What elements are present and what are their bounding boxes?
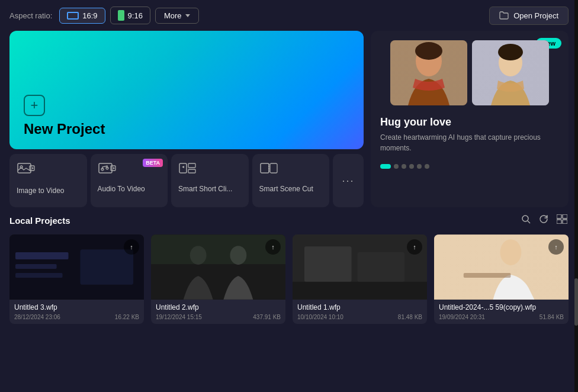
ratio-16-9-label: 16:9 <box>82 11 97 20</box>
smart-short-clip-label: Smart Short Cli... <box>178 185 232 194</box>
project-name-2: Untitled 2.wfp <box>156 303 281 311</box>
svg-rect-30 <box>15 273 63 278</box>
svg-rect-28 <box>15 252 69 259</box>
project-card-4[interactable]: ↑ Untitled-2024-...5 59(copy).wfp 19/09/… <box>434 234 569 324</box>
project-meta-2: 19/12/2024 15:15 437.91 KB <box>156 314 281 320</box>
project-size-1: 16.22 KB <box>115 314 139 320</box>
project-info-2: Untitled 2.wfp 19/12/2024 15:15 437.91 K… <box>151 300 285 324</box>
dot-6[interactable] <box>425 164 429 169</box>
more-button[interactable]: More <box>155 8 199 24</box>
feature-description: Create heartwarming AI hugs that capture… <box>380 132 559 153</box>
upload-icon-3[interactable]: ↑ <box>407 239 422 255</box>
svg-rect-24 <box>563 214 567 219</box>
feature-thumb-2 <box>472 40 549 105</box>
svg-rect-43 <box>464 273 511 278</box>
landscape-icon <box>67 12 79 20</box>
chevron-down-icon <box>185 14 190 17</box>
feature-card: New <box>371 31 569 207</box>
aspect-ratio-label: Aspect ratio: <box>9 11 52 20</box>
refresh-icon <box>539 214 548 224</box>
aspect-16-9-button[interactable]: 16:9 <box>59 8 105 24</box>
project-card-1[interactable]: ↑ Untitled 3.wfp 28/12/2024 23:06 16.22 … <box>9 234 144 324</box>
header-actions <box>520 213 569 227</box>
svg-rect-39 <box>293 282 427 300</box>
feature-info: Hug your love Create heartwarming AI hug… <box>371 111 569 159</box>
project-info-1: Untitled 3.wfp 28/12/2024 23:06 16.22 KB <box>9 300 144 324</box>
portrait-icon <box>118 10 124 21</box>
upload-icon-1[interactable]: ↑ <box>124 239 139 255</box>
project-date-2: 19/12/2024 15:15 <box>156 314 202 320</box>
project-meta-1: 28/12/2024 23:06 16.22 KB <box>14 314 139 320</box>
new-project-card[interactable]: New Project <box>9 31 364 149</box>
scroll-thumb[interactable] <box>574 278 578 326</box>
project-card-3[interactable]: ↑ Untitled 1.wfp 10/10/2024 10:10 81.48 … <box>293 234 427 324</box>
refresh-button[interactable] <box>538 213 550 227</box>
projects-header: Local Projects <box>9 213 569 227</box>
local-projects-section: Local Projects <box>0 213 578 324</box>
project-info-4: Untitled-2024-...5 59(copy).wfp 19/09/20… <box>434 300 569 324</box>
more-tools-card[interactable]: ··· <box>333 154 364 207</box>
svg-point-42 <box>500 239 522 265</box>
project-size-2: 437.91 KB <box>253 314 281 320</box>
ratio-9-16-label: 9:16 <box>128 11 143 20</box>
tool-card-smart-scene-cut[interactable]: Smart Scene Cut <box>252 154 330 207</box>
project-thumb-3: ↑ <box>293 234 427 300</box>
svg-line-22 <box>528 221 530 223</box>
image-to-video-icon <box>17 161 36 182</box>
project-name-4: Untitled-2024-...5 59(copy).wfp <box>439 303 564 311</box>
svg-rect-0 <box>18 163 31 173</box>
project-size-4: 51.84 KB <box>540 314 564 320</box>
project-date-4: 19/09/2024 20:31 <box>439 314 485 320</box>
dot-1[interactable] <box>380 164 391 169</box>
svg-point-16 <box>415 42 442 60</box>
project-date-1: 28/12/2024 23:06 <box>14 314 60 320</box>
left-panel: New Project Image to Video <box>9 31 364 207</box>
project-meta-3: 10/10/2024 10:10 81.48 KB <box>297 314 422 320</box>
more-dots-icon: ··· <box>342 175 354 187</box>
projects-grid: ↑ Untitled 3.wfp 28/12/2024 23:06 16.22 … <box>9 234 569 324</box>
tool-card-image-to-video[interactable]: Image to Video <box>9 154 87 207</box>
audio-to-video-label: Audio To Video <box>98 185 145 194</box>
dot-4[interactable] <box>409 164 414 169</box>
svg-rect-26 <box>563 220 567 224</box>
tool-card-smart-short-clip[interactable]: Smart Short Cli... <box>171 154 249 207</box>
svg-point-20 <box>498 44 523 60</box>
project-size-3: 81.48 KB <box>398 314 422 320</box>
project-meta-4: 19/09/2024 20:31 51.84 KB <box>439 314 564 320</box>
dot-5[interactable] <box>417 164 422 169</box>
tool-row: Image to Video BETA Audio To Video <box>9 154 364 207</box>
tool-card-audio-to-video[interactable]: BETA Audio To Video <box>91 154 168 207</box>
main-area: New Project Image to Video <box>0 31 578 213</box>
upload-icon-2[interactable]: ↑ <box>265 239 281 255</box>
open-project-button[interactable]: Open Project <box>489 7 569 25</box>
project-thumb-1: ↑ <box>9 234 144 300</box>
project-info-3: Untitled 1.wfp 10/10/2024 10:10 81.48 KB <box>293 300 427 324</box>
search-button[interactable] <box>520 213 532 227</box>
smart-scene-cut-label: Smart Scene Cut <box>259 185 313 194</box>
scroll-track <box>574 0 578 392</box>
project-thumb-2: ↑ <box>151 234 285 300</box>
dot-3[interactable] <box>402 164 406 169</box>
dot-2[interactable] <box>394 164 399 169</box>
feature-title: Hug your love <box>380 116 559 128</box>
project-card-2[interactable]: ↑ Untitled 2.wfp 19/12/2024 15:15 437.91… <box>151 234 285 324</box>
svg-rect-9 <box>188 169 195 173</box>
view-toggle-button[interactable] <box>555 213 569 227</box>
svg-rect-31 <box>80 249 133 285</box>
open-project-label: Open Project <box>513 11 558 20</box>
svg-rect-3 <box>99 163 112 173</box>
feature-images <box>371 31 569 111</box>
upload-icon-4[interactable]: ↑ <box>548 239 564 255</box>
audio-to-video-icon <box>98 161 117 180</box>
project-name-1: Untitled 3.wfp <box>14 303 139 311</box>
aspect-9-16-button[interactable]: 9:16 <box>110 7 150 24</box>
svg-rect-7 <box>179 163 187 173</box>
grid-list-icon <box>557 214 567 224</box>
local-projects-title: Local Projects <box>9 216 520 226</box>
svg-rect-10 <box>261 163 269 173</box>
image-to-video-label: Image to Video <box>17 187 65 196</box>
feature-thumb-1 <box>390 40 467 105</box>
svg-rect-8 <box>188 163 195 168</box>
svg-point-21 <box>522 216 528 221</box>
svg-rect-23 <box>557 214 561 219</box>
